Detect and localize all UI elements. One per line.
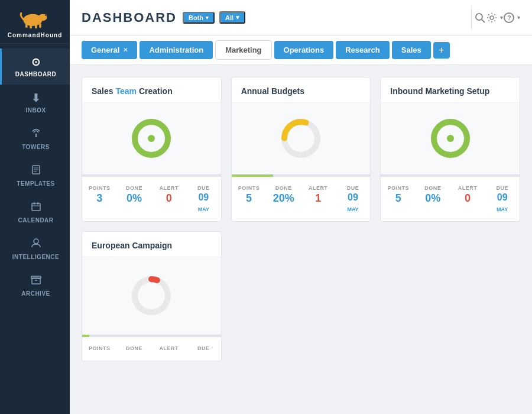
stat-alert-inbound-marketing: ALERT 0 [450, 182, 485, 216]
svg-rect-19 [31, 276, 41, 279]
stat-due-european-campaign: DUE [186, 342, 221, 356]
towers-icon [31, 128, 41, 141]
search-button[interactable] [474, 12, 486, 24]
card-body-inbound-marketing [381, 103, 520, 174]
svg-point-28 [148, 135, 155, 142]
sidebar-item-label-towers: TOWERS [22, 144, 50, 150]
sidebar-item-calendar[interactable]: CALENDAR [0, 194, 70, 231]
card-footer-sales-team: POINTS 3 DONE 0% ALERT 0 DUE [82, 174, 221, 221]
sidebar-item-inbox[interactable]: ⬇ INBOX [0, 85, 70, 121]
dashboard-icon: ⊙ [31, 56, 41, 69]
stat-points-european-campaign: POINTS [82, 342, 117, 356]
add-tab-button[interactable]: + [433, 42, 450, 59]
help-icon: ? [503, 12, 515, 24]
content-area: Sales Team Creation [70, 65, 532, 414]
card-footer-european-campaign: POINTS DONE ALERT DUE [82, 334, 221, 361]
tab-marketing-label: Marketing [225, 46, 261, 54]
tab-sales-label: Sales [401, 46, 421, 54]
sidebar-item-templates[interactable]: TEMPLATES [0, 157, 70, 194]
stat-alert-annual-budgets: ALERT 1 [301, 182, 336, 216]
stat-points-annual-budgets: POINTS 5 [232, 182, 267, 216]
page-title: DASHBOARD [82, 10, 177, 25]
tab-general[interactable]: General ✕ [82, 41, 137, 59]
sidebar-item-dashboard[interactable]: ⊙ DASHBOARD [0, 48, 70, 85]
svg-rect-3 [25, 24, 28, 28]
tab-marketing[interactable]: Marketing [215, 40, 271, 60]
main-content: DASHBOARD Both ▾ All ▾ ▾ ? [70, 0, 532, 414]
tab-administration[interactable]: Administration [140, 41, 213, 59]
templates-icon [31, 164, 41, 178]
donut-annual-budgets [277, 115, 325, 162]
progress-bar-inbound-marketing [381, 174, 520, 177]
svg-rect-8 [35, 134, 37, 137]
stat-done-annual-budgets: DONE 20% [266, 182, 301, 216]
svg-line-22 [482, 20, 485, 22]
svg-point-21 [476, 14, 482, 20]
sidebar: CommandHound ⊙ DASHBOARD ⬇ INBOX TOWERS … [0, 0, 70, 414]
stat-points-sales-team: POINTS 3 [82, 182, 117, 216]
stat-due-sales-team: DUE 09MAY [186, 182, 221, 216]
help-button[interactable]: ? ▾ [503, 12, 520, 24]
svg-rect-6 [39, 24, 41, 28]
svg-point-23 [490, 16, 494, 20]
header-divider [471, 6, 472, 30]
tab-operations-label: Operations [284, 46, 325, 54]
sidebar-item-archive[interactable]: ARCHIVE [0, 267, 70, 304]
tab-operations[interactable]: Operations [274, 41, 334, 59]
progress-bar-european-campaign [82, 335, 221, 337]
app-name: CommandHound [8, 32, 63, 38]
stat-alert-sales-team: ALERT 0 [151, 182, 186, 216]
settings-button[interactable]: ▾ [486, 12, 503, 24]
tab-research-label: Research [345, 46, 380, 54]
stats-sales-team: POINTS 3 DONE 0% ALERT 0 DUE [82, 177, 221, 221]
svg-rect-4 [30, 24, 32, 28]
card-body-sales-team [82, 103, 221, 174]
card-footer-annual-budgets: POINTS 5 DONE 20% ALERT 1 DUE [232, 174, 371, 221]
calendar-icon [31, 201, 41, 215]
tab-research[interactable]: Research [336, 41, 390, 59]
card-footer-inbound-marketing: POINTS 5 DONE 0% ALERT 0 DUE [381, 174, 520, 221]
tab-sales[interactable]: Sales [392, 41, 431, 59]
close-general-icon[interactable]: ✕ [123, 47, 128, 53]
donut-inbound-marketing [427, 115, 474, 162]
donut-european-campaign [128, 272, 175, 319]
sidebar-item-label-intelligence: INTELLIGENCE [12, 254, 59, 260]
gear-icon [486, 12, 498, 24]
archive-icon [31, 274, 41, 288]
card-sales-team: Sales Team Creation [82, 77, 222, 222]
sidebar-item-label-calendar: CALENDAR [18, 217, 53, 224]
stat-done-sales-team: DONE 0% [117, 182, 152, 216]
svg-point-7 [45, 15, 46, 16]
chevron-down-icon: ▾ [206, 15, 209, 21]
intelligence-icon [31, 238, 41, 251]
stats-inbound-marketing: POINTS 5 DONE 0% ALERT 0 DUE [381, 177, 520, 221]
header: DASHBOARD Both ▾ All ▾ ▾ ? [70, 0, 532, 35]
stat-points-inbound-marketing: POINTS 5 [381, 182, 416, 216]
both-filter-button[interactable]: Both ▾ [183, 12, 215, 24]
logo-icon [17, 7, 53, 31]
cards-top-row: Sales Team Creation [82, 77, 520, 222]
stats-european-campaign: POINTS DONE ALERT DUE [82, 337, 221, 361]
card-header-sales-team: Sales Team Creation [82, 77, 221, 103]
all-filter-button[interactable]: All ▾ [219, 11, 245, 24]
stat-done-european-campaign: DONE [117, 342, 152, 356]
inbox-icon: ⬇ [31, 92, 41, 105]
svg-rect-5 [35, 24, 37, 28]
progress-bar-annual-budgets [232, 174, 371, 177]
sidebar-item-intelligence[interactable]: INTELLIGENCE [0, 231, 70, 267]
svg-point-17 [34, 239, 38, 244]
chevron-down-icon-2: ▾ [236, 14, 239, 21]
logo-area: CommandHound [0, 0, 70, 44]
sidebar-nav: ⊙ DASHBOARD ⬇ INBOX TOWERS TEMPLATES CAL… [0, 44, 70, 414]
svg-point-33 [447, 135, 454, 142]
sidebar-item-label-archive: ARCHIVE [21, 290, 50, 297]
tab-general-label: General [91, 46, 119, 54]
sidebar-item-label-dashboard: DASHBOARD [15, 71, 57, 77]
card-inbound-marketing: Inbound Marketing Setup [380, 77, 520, 222]
donut-sales-team [128, 115, 175, 162]
card-header-annual-budgets: Annual Budgets [232, 77, 371, 103]
card-header-inbound-marketing: Inbound Marketing Setup [381, 77, 520, 103]
sidebar-item-towers[interactable]: TOWERS [0, 121, 70, 157]
tabs-bar: General ✕ Administration Marketing Opera… [70, 35, 532, 65]
svg-text:?: ? [507, 14, 511, 21]
